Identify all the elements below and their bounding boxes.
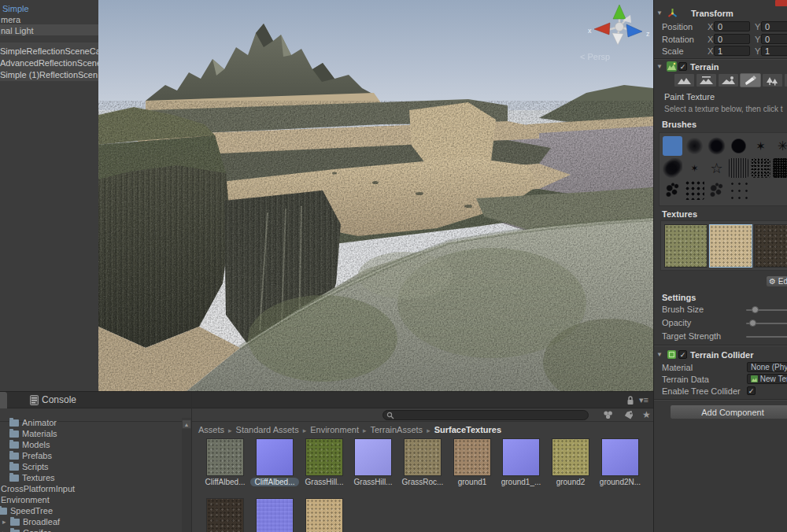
folder-item[interactable]: Textures [0,473,182,483]
render-spheres-filter-icon[interactable] [603,410,613,422]
folder-item[interactable]: Models [0,440,182,450]
breadcrumb-segment[interactable]: Assets [198,425,224,434]
terrain-enabled-checkbox[interactable]: ✓ [678,62,687,71]
paint-height-tool-button[interactable] [696,73,717,87]
brush-splatter[interactable] [663,180,682,200]
brush-blob[interactable] [663,158,682,178]
brush-medium-circle[interactable] [707,136,726,156]
hierarchy-item[interactable]: Simple (1)ReflectionScen [0,69,98,80]
paint-mode-title: Paint Texture [664,92,715,102]
folder-item[interactable]: Scripts [0,462,182,472]
folder-label: Environment [1,495,50,505]
hierarchy-item[interactable]: SimpleReflectionSceneCa [0,46,98,57]
perspective-mode-label[interactable]: < Persp [580,52,610,61]
asset-thumbnail[interactable] [305,498,343,532]
folder-item[interactable]: SpeedTree [0,506,182,516]
brush-noise-dense[interactable] [773,158,787,178]
brush-size-slider-thumb[interactable] [752,306,759,313]
enable-tree-collider-checkbox[interactable]: ✓ [747,386,756,395]
brush-soft-circle[interactable] [685,136,704,156]
terrain-data-object-field[interactable]: New Ter [747,374,787,384]
asset-thumbnail[interactable]: GrassRoc... [404,438,442,476]
brush-vertical-streaks[interactable] [729,158,748,178]
panel-menu-icon[interactable]: ▾≡ [639,395,648,405]
folder-item[interactable]: Animator [0,418,182,428]
asset-label: CliffAlbed... [205,478,246,486]
brush-hard-circle[interactable] [729,136,748,156]
asset-thumbnail[interactable]: ground2N... [601,438,639,476]
asset-thumbnail[interactable]: ground2 [552,438,589,476]
hierarchy-item[interactable]: AdvancedReflectionScene [0,57,98,68]
favorites-star-icon[interactable]: ★ [642,410,651,420]
folder-item[interactable]: Environment [0,495,182,505]
terrain-texture-grass[interactable] [664,224,708,268]
folder-label: Animator [22,418,57,428]
opacity-slider-thumb[interactable] [749,320,756,327]
folder-tree-scrollbar[interactable]: ▲ [182,418,191,532]
brush-scratch-burst[interactable]: ✳ [773,136,787,156]
asset-thumbnail[interactable] [256,498,294,532]
rotation-y-field[interactable]: 0 [761,34,787,44]
folder-item[interactable]: ▸ Broadleaf [0,517,182,527]
brush-size-label: Brush Size [662,304,704,315]
folder-item[interactable]: CrossPlatformInput [0,484,182,494]
material-object-field[interactable]: None (Phy [747,362,787,372]
transform-foldout-icon[interactable]: ▼ [656,9,663,18]
label-filter-icon[interactable] [624,411,634,422]
expand-arrow-icon[interactable]: ▸ [2,528,6,532]
hierarchy-item[interactable]: mera [1,14,20,25]
rotation-x-field[interactable]: 0 [714,34,750,44]
position-x-field[interactable]: 0 [714,21,750,31]
scale-x-field[interactable]: 1 [714,46,750,56]
folder-item[interactable]: Materials [0,429,182,439]
brush-noise[interactable] [751,158,770,178]
terrain-collider-foldout-icon[interactable]: ▼ [656,350,663,360]
breadcrumb-segment[interactable]: Environment [310,425,359,434]
asset-thumbnail[interactable]: ground1 [453,438,491,476]
raise-lower-terrain-tool-button[interactable] [674,73,695,87]
asset-thumbnail[interactable] [206,498,244,532]
scene-view-canvas[interactable]: x z < Persp [98,0,653,391]
opacity-slider-row: Opacity [654,317,787,328]
search-input[interactable] [394,411,575,419]
paint-texture-tool-button[interactable] [740,73,761,87]
search-bar[interactable] [382,410,589,420]
tab-console[interactable]: Console [30,394,76,405]
scroll-up-button[interactable]: ▲ [182,419,191,429]
terrain-texture-sand-selected[interactable] [709,224,752,268]
breadcrumb-segment[interactable]: TerrainAssets [370,425,423,434]
folder-item[interactable]: Prefabs [0,451,182,461]
terrain-collider-enabled-checkbox[interactable]: ✓ [678,350,687,359]
smooth-height-tool-button[interactable] [718,73,739,87]
brush-sparse-dots[interactable] [729,180,748,200]
paint-details-tool-button[interactable] [784,73,787,87]
asset-thumbnail[interactable]: GrassHill... [354,438,392,476]
brush-scratch-star[interactable]: ✶ [751,136,770,156]
edit-textures-button[interactable]: ⚙ Ed [766,275,787,287]
scale-y-field[interactable]: 1 [761,46,787,56]
brush-star-outline[interactable]: ☆ [707,158,726,178]
position-y-field[interactable]: 0 [761,21,787,31]
asset-thumbnail[interactable]: GrassHill... [305,438,343,476]
breadcrumb-segment[interactable]: Standard Assets [236,425,299,434]
asset-thumbnail-selected[interactable]: CliffAlbed... [256,438,294,476]
add-component-button[interactable]: Add Component [670,405,787,419]
asset-thumbnail[interactable]: ground1_... [502,438,540,476]
expand-arrow-icon[interactable]: ▸ [2,517,6,527]
gizmo-center-cube[interactable] [615,23,624,31]
place-trees-tool-button[interactable] [762,73,783,87]
asset-thumbnail[interactable]: CliffAlbed... [206,438,244,476]
hierarchy-item[interactable]: Simple [2,3,29,14]
brush-thin-star[interactable]: ✶ [685,158,704,178]
folder-item[interactable]: ▸ Conifer [0,528,182,532]
brush-dot-cluster[interactable] [685,180,704,200]
terrain-texture-rock[interactable] [754,224,787,268]
terrain-foldout-icon[interactable]: ▼ [656,62,663,72]
project-tab-partial[interactable] [0,392,7,408]
brush-soft-circle-selected[interactable] [663,136,682,156]
target-strength-slider-track[interactable] [746,336,787,338]
brush-splatter-light[interactable] [707,180,726,200]
asset-label: GrassHill... [305,478,344,486]
hierarchy-item[interactable]: nal Light [1,25,34,36]
lock-icon[interactable] [626,396,634,405]
